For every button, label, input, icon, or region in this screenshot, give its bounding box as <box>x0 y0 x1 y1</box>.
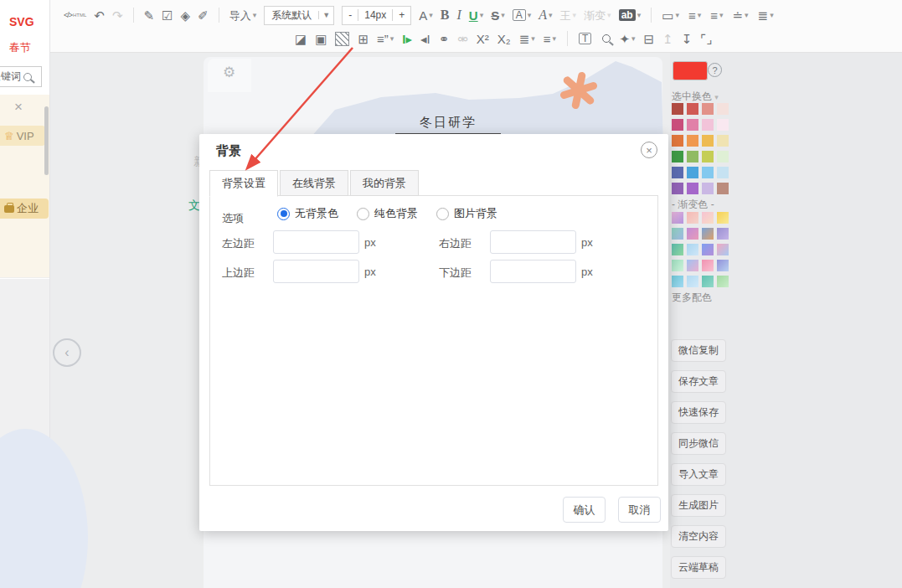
solid-swatch-2[interactable] <box>702 103 714 115</box>
image-icon[interactable]: ◪ <box>295 33 307 45</box>
import-article-button[interactable]: 导入文章 <box>671 463 726 486</box>
wechat-copy-button[interactable]: 微信复制 <box>671 339 726 362</box>
check-doc-icon[interactable]: ☑ <box>162 9 173 22</box>
font-artistic-icon[interactable]: A▾ <box>539 8 552 22</box>
solid-swatch-23[interactable] <box>717 183 729 194</box>
solid-swatch-16[interactable] <box>672 167 683 178</box>
paragraph-border-icon[interactable]: ▭▾ <box>662 9 679 22</box>
radio-no-background[interactable]: 无背景色 <box>277 206 338 221</box>
import-button[interactable]: 导入▾ <box>229 10 257 21</box>
solid-swatch-8[interactable] <box>672 135 683 147</box>
tab-online-backgrounds[interactable]: 在线背景 <box>280 170 348 196</box>
sidebar-scrollbar[interactable] <box>44 106 49 175</box>
unordered-list-icon[interactable]: ≡▾ <box>544 33 556 45</box>
solid-swatch-15[interactable] <box>717 151 729 162</box>
superscript-icon[interactable]: X² <box>477 33 489 45</box>
gradient-swatch-14[interactable] <box>702 260 714 271</box>
solid-swatch-1[interactable] <box>687 103 698 115</box>
solid-swatch-5[interactable] <box>687 119 698 131</box>
gradient-swatch-0[interactable] <box>672 212 683 224</box>
highlight-ab-icon[interactable]: ab▾ <box>619 9 642 21</box>
gradient-swatch-16[interactable] <box>672 276 683 287</box>
font-size-minus[interactable]: - <box>343 9 358 21</box>
gradient-swatch-8[interactable] <box>672 244 683 255</box>
enterprise-badge[interactable]: 企业 <box>0 199 49 219</box>
solid-swatch-9[interactable] <box>687 135 698 147</box>
magic-wand-icon[interactable]: ✦▾ <box>619 33 635 45</box>
solid-swatch-21[interactable] <box>687 183 698 194</box>
collapse-panel-button[interactable]: ‹ <box>53 338 81 367</box>
align-center-icon[interactable]: ≡▾ <box>688 9 701 22</box>
more-colors-link[interactable]: 更多配色 <box>672 291 727 305</box>
left-margin-input[interactable] <box>273 230 359 254</box>
tab-background-settings[interactable]: 背景设置 <box>209 170 278 197</box>
solid-swatch-7[interactable] <box>717 119 729 131</box>
document-title[interactable]: 冬日研学 <box>395 115 501 134</box>
radio-image-background[interactable]: 图片背景 <box>436 206 497 221</box>
font-color-icon[interactable]: A▾ <box>419 9 433 22</box>
solid-swatch-13[interactable] <box>687 151 698 162</box>
radio-solid-background[interactable]: 纯色背景 <box>357 206 418 221</box>
vip-badge[interactable]: ♕ VIP <box>0 126 45 146</box>
find-replace-icon[interactable] <box>600 34 611 43</box>
gradient-swatch-17[interactable] <box>687 276 698 287</box>
strikethrough-icon[interactable]: S▾ <box>491 9 505 22</box>
gradient-swatch-4[interactable] <box>672 228 683 240</box>
link-icon[interactable]: ⚭ <box>439 33 450 45</box>
quote-list-icon[interactable]: ≡”▾ <box>377 33 394 45</box>
solid-swatch-20[interactable] <box>672 183 683 194</box>
fullscreen-icon[interactable]: ⌜⌟ <box>700 33 712 45</box>
italic-icon[interactable]: I <box>456 8 461 22</box>
gradient-swatch-1[interactable] <box>687 212 698 224</box>
gradient-swatch-19[interactable] <box>717 276 729 287</box>
generate-image-button[interactable]: 生成图片 <box>671 494 726 517</box>
gradient-swatch-3[interactable] <box>717 212 729 224</box>
gradient-swatch-5[interactable] <box>687 228 698 240</box>
background-icon[interactable] <box>335 32 349 46</box>
gear-icon[interactable]: ⚙ <box>223 64 235 81</box>
cursor-enter-icon[interactable]: I▸ <box>402 33 412 45</box>
gradient-swatch-15[interactable] <box>717 260 729 271</box>
clear-format-doc-icon[interactable]: ✎ <box>144 9 155 22</box>
quick-save-button[interactable]: 快速保存 <box>671 401 726 424</box>
current-color-swatch[interactable] <box>673 61 708 80</box>
solid-swatch-4[interactable] <box>672 119 683 131</box>
sidebar-item-spring-festival[interactable]: 春节 <box>9 40 31 55</box>
table-header-icon[interactable]: ⊟ <box>643 33 654 45</box>
solid-swatch-3[interactable] <box>717 103 729 115</box>
sync-wechat-button[interactable]: 同步微信 <box>671 432 726 455</box>
font-size-stepper[interactable]: - 14px + <box>342 6 411 25</box>
gradient-swatch-12[interactable] <box>672 260 683 271</box>
close-icon[interactable]: × <box>14 99 23 116</box>
solid-swatch-14[interactable] <box>702 151 714 162</box>
solid-swatch-0[interactable] <box>672 103 683 115</box>
gradient-swatch-7[interactable] <box>717 228 729 240</box>
cloud-draft-button[interactable]: 云端草稿 <box>671 556 726 579</box>
bold-icon[interactable]: B <box>441 8 450 22</box>
indent-icon[interactable]: ≡▾ <box>710 9 723 22</box>
right-margin-input[interactable] <box>490 230 576 254</box>
undo-icon[interactable]: ↶ <box>94 9 105 22</box>
line-height-icon[interactable]: ≐▾ <box>733 9 749 22</box>
gradient-swatch-11[interactable] <box>717 244 729 255</box>
cursor-exit-icon[interactable]: ◂I <box>420 33 430 45</box>
gradient-swatch-13[interactable] <box>687 260 698 271</box>
cancel-button[interactable]: 取消 <box>618 497 661 523</box>
eraser-icon[interactable]: ◈ <box>181 9 191 22</box>
gradient-swatch-18[interactable] <box>702 276 714 287</box>
font-family-select[interactable]: 系统默认 ▼ <box>264 6 334 25</box>
solid-swatch-12[interactable] <box>672 151 683 162</box>
bottom-margin-input[interactable] <box>490 260 576 283</box>
save-article-button[interactable]: 保存文章 <box>671 370 726 393</box>
solid-swatch-11[interactable] <box>717 135 729 147</box>
move-down-icon[interactable]: ↧ <box>682 33 693 45</box>
solid-swatch-18[interactable] <box>702 167 714 178</box>
clear-content-button[interactable]: 清空内容 <box>671 525 726 548</box>
ordered-list-icon[interactable]: ≣▾ <box>519 33 535 45</box>
solid-swatch-22[interactable] <box>702 183 714 194</box>
gradient-swatch-9[interactable] <box>687 244 698 255</box>
html-source-icon[interactable]: </>HTML <box>64 12 86 19</box>
keyword-search-input[interactable]: 关键词 <box>0 66 42 87</box>
confirm-button[interactable]: 确认 <box>563 497 606 523</box>
gradient-swatch-6[interactable] <box>702 228 714 240</box>
